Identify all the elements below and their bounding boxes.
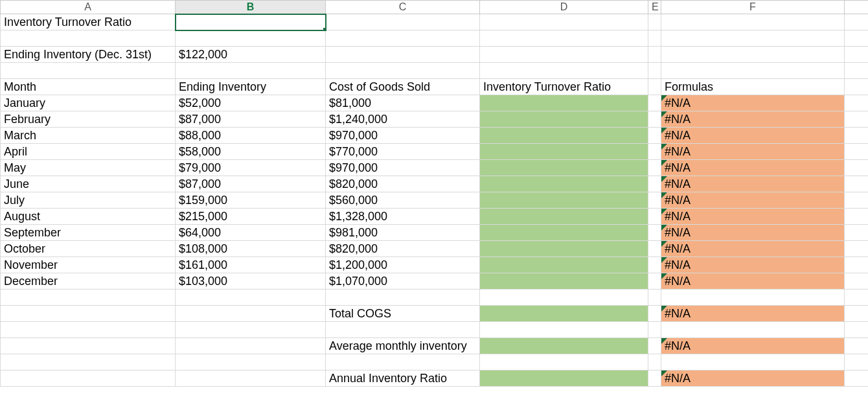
cell[interactable] bbox=[845, 79, 869, 95]
cell[interactable] bbox=[176, 30, 326, 47]
cell[interactable] bbox=[176, 290, 326, 306]
cell-formula[interactable]: #N/A bbox=[661, 273, 845, 290]
cell[interactable] bbox=[648, 30, 661, 47]
cell[interactable] bbox=[1, 338, 176, 354]
cell[interactable] bbox=[326, 322, 480, 338]
cell-cogs[interactable]: $1,240,000 bbox=[326, 111, 480, 128]
table-row[interactable]: September$64,000$981,000#N/A bbox=[1, 225, 869, 241]
cell-formula[interactable]: #N/A bbox=[661, 144, 845, 160]
cell-month[interactable]: September bbox=[1, 225, 176, 241]
row[interactable] bbox=[1, 290, 869, 306]
cell[interactable] bbox=[648, 14, 661, 30]
cell-formula[interactable]: #N/A bbox=[661, 95, 845, 111]
cell[interactable] bbox=[845, 63, 869, 79]
column-header-row[interactable]: A B C D E F bbox=[1, 1, 869, 14]
cell[interactable] bbox=[1, 30, 176, 47]
spreadsheet[interactable]: A B C D E F Inventory Turnover Ratio End… bbox=[0, 0, 868, 387]
cell-formula[interactable]: #N/A bbox=[661, 225, 845, 241]
cell[interactable] bbox=[648, 306, 661, 322]
cell-ratio[interactable] bbox=[480, 128, 648, 144]
hdr-formulas[interactable]: Formulas bbox=[661, 79, 845, 95]
summary-row[interactable]: Annual Inventory Ratio#N/A bbox=[1, 370, 869, 387]
cell[interactable] bbox=[661, 14, 845, 30]
cell-ending-inv[interactable]: $108,000 bbox=[176, 241, 326, 257]
cell[interactable] bbox=[648, 176, 661, 192]
col-header-e[interactable]: E bbox=[648, 1, 661, 14]
cell[interactable] bbox=[661, 47, 845, 63]
cell[interactable] bbox=[480, 290, 648, 306]
cell-month[interactable]: May bbox=[1, 160, 176, 176]
cell[interactable] bbox=[648, 209, 661, 225]
cell[interactable] bbox=[648, 322, 661, 338]
col-header-a[interactable]: A bbox=[1, 1, 176, 14]
selected-cell-b1[interactable] bbox=[176, 14, 326, 30]
cell[interactable] bbox=[661, 290, 845, 306]
cell[interactable] bbox=[1, 354, 176, 370]
summary-row[interactable]: Average monthly inventory#N/A bbox=[1, 338, 869, 354]
cell-cogs[interactable]: $820,000 bbox=[326, 176, 480, 192]
cell-ratio[interactable] bbox=[480, 144, 648, 160]
ending-inv-label[interactable]: Ending Inventory (Dec. 31st) bbox=[1, 47, 176, 63]
cell[interactable] bbox=[480, 322, 648, 338]
col-header-d[interactable]: D bbox=[480, 1, 648, 14]
cell[interactable] bbox=[480, 47, 648, 63]
cell[interactable] bbox=[845, 192, 869, 209]
hdr-ratio[interactable]: Inventory Turnover Ratio bbox=[480, 79, 648, 95]
cell-ratio[interactable] bbox=[480, 241, 648, 257]
cell-month[interactable]: October bbox=[1, 241, 176, 257]
cell-cogs[interactable]: $560,000 bbox=[326, 192, 480, 209]
cell-month[interactable]: August bbox=[1, 209, 176, 225]
cell-cogs[interactable]: $970,000 bbox=[326, 160, 480, 176]
cell[interactable] bbox=[845, 30, 869, 47]
cell[interactable] bbox=[648, 111, 661, 128]
col-header-c[interactable]: C bbox=[326, 1, 480, 14]
cell[interactable] bbox=[1, 370, 176, 387]
cell[interactable] bbox=[661, 30, 845, 47]
table-row[interactable]: April$58,000$770,000#N/A bbox=[1, 144, 869, 160]
ending-inv-value[interactable]: $122,000 bbox=[176, 47, 326, 63]
avg-inv-value[interactable] bbox=[480, 338, 648, 354]
cell-ratio[interactable] bbox=[480, 176, 648, 192]
cell[interactable] bbox=[845, 290, 869, 306]
cell-formula[interactable]: #N/A bbox=[661, 257, 845, 273]
cell-formula[interactable]: #N/A bbox=[661, 176, 845, 192]
table-row[interactable]: January$52,000$81,000#N/A bbox=[1, 95, 869, 111]
cell[interactable] bbox=[326, 47, 480, 63]
cell-ending-inv[interactable]: $161,000 bbox=[176, 257, 326, 273]
cell-ending-inv[interactable]: $64,000 bbox=[176, 225, 326, 241]
table-row[interactable]: March$88,000$970,000#N/A bbox=[1, 128, 869, 144]
row[interactable] bbox=[1, 63, 869, 79]
cell[interactable] bbox=[1, 290, 176, 306]
cell[interactable] bbox=[845, 176, 869, 192]
hdr-ending-inv[interactable]: Ending Inventory bbox=[176, 79, 326, 95]
cell[interactable] bbox=[480, 14, 648, 30]
cell[interactable] bbox=[661, 322, 845, 338]
table-row[interactable]: November$161,000$1,200,000#N/A bbox=[1, 257, 869, 273]
cell[interactable] bbox=[1, 63, 176, 79]
cell[interactable] bbox=[845, 225, 869, 241]
cell[interactable] bbox=[648, 128, 661, 144]
cell[interactable] bbox=[845, 144, 869, 160]
cell[interactable] bbox=[648, 370, 661, 387]
cell-ending-inv[interactable]: $87,000 bbox=[176, 176, 326, 192]
cell-month[interactable]: June bbox=[1, 176, 176, 192]
cell-formula[interactable]: #N/A bbox=[661, 192, 845, 209]
cell[interactable] bbox=[648, 338, 661, 354]
cell-cogs[interactable]: $81,000 bbox=[326, 95, 480, 111]
cell-formula[interactable]: #N/A bbox=[661, 128, 845, 144]
cell[interactable] bbox=[845, 128, 869, 144]
cell[interactable] bbox=[480, 354, 648, 370]
cell[interactable] bbox=[326, 354, 480, 370]
cell[interactable] bbox=[845, 95, 869, 111]
cell-cogs[interactable]: $770,000 bbox=[326, 144, 480, 160]
cell-ratio[interactable] bbox=[480, 257, 648, 273]
cell-month[interactable]: July bbox=[1, 192, 176, 209]
cell[interactable] bbox=[480, 30, 648, 47]
cell-ending-inv[interactable]: $79,000 bbox=[176, 160, 326, 176]
cell[interactable] bbox=[845, 111, 869, 128]
cell[interactable] bbox=[648, 95, 661, 111]
cell[interactable] bbox=[648, 290, 661, 306]
cell-cogs[interactable]: $970,000 bbox=[326, 128, 480, 144]
cell[interactable] bbox=[648, 257, 661, 273]
row[interactable] bbox=[1, 322, 869, 338]
